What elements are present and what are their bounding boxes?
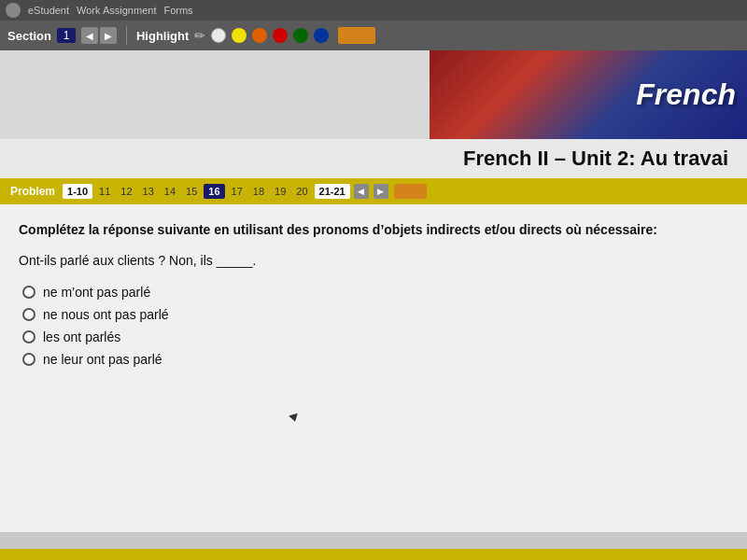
- choice-d-text: ne leur ont pas parlé: [43, 352, 162, 367]
- header-french-label: French: [636, 77, 736, 112]
- choice-b[interactable]: ne nous ont pas parlé: [22, 307, 728, 322]
- unit-title-bar: French II – Unit 2: Au travai: [0, 139, 747, 178]
- menu-estudent[interactable]: eStudent: [28, 5, 69, 16]
- prob-num-14[interactable]: 14: [161, 185, 179, 198]
- prob-num-18[interactable]: 18: [249, 185, 268, 198]
- prob-num-17[interactable]: 17: [228, 185, 247, 198]
- menu-bar: eStudent Work Assignment Forms: [0, 0, 747, 21]
- toolbar-divider: [126, 26, 127, 45]
- main-content: French French II – Unit 2: Au travai Pro…: [0, 50, 747, 560]
- prob-num-13[interactable]: 13: [139, 185, 158, 198]
- color-white[interactable]: [211, 28, 226, 43]
- menu-work-assignment[interactable]: Work Assignment: [77, 5, 156, 16]
- app-icon: [6, 3, 21, 18]
- choice-b-text: ne nous ont pas parlé: [43, 307, 169, 322]
- prob-num-16[interactable]: 16: [204, 184, 224, 199]
- problem-label: Problem: [6, 183, 60, 200]
- header-image: French: [430, 50, 747, 139]
- section-next-button[interactable]: ▶: [100, 27, 117, 44]
- problem-next-button[interactable]: ▶: [374, 184, 388, 199]
- left-header-area: [0, 50, 430, 139]
- pencil-icon: ✏: [194, 28, 205, 43]
- question-instruction: Complétez la réponse suivante en utilisa…: [19, 221, 728, 240]
- color-blue[interactable]: [314, 28, 329, 43]
- prob-num-15[interactable]: 15: [182, 185, 201, 198]
- radio-a[interactable]: [22, 286, 35, 299]
- problem-prev-button[interactable]: ◀: [354, 184, 369, 199]
- prob-range-21-21[interactable]: 21-21: [315, 184, 350, 199]
- choice-a-text: ne m’ont pas parlé: [43, 285, 150, 300]
- section-number: 1: [57, 28, 76, 43]
- color-red[interactable]: [273, 28, 288, 43]
- question-area: Complétez la réponse suivante en utilisa…: [0, 204, 747, 532]
- color-yellow[interactable]: [232, 28, 247, 43]
- color-green[interactable]: [293, 28, 308, 43]
- choice-c-text: les ont parlés: [43, 329, 120, 344]
- toolbar-extra-button[interactable]: [338, 27, 375, 44]
- menu-forms[interactable]: Forms: [163, 5, 192, 16]
- prob-num-20[interactable]: 20: [292, 185, 311, 198]
- bottom-bar: [0, 549, 747, 560]
- color-orange[interactable]: [252, 28, 267, 43]
- toolbar: Section 1 ◀ ▶ Highlight ✏: [0, 21, 747, 50]
- highlight-label: Highlight: [136, 29, 189, 43]
- section-prev-button[interactable]: ◀: [81, 27, 98, 44]
- problem-nav-bar: Problem 1-10 11 12 13 14 15 16 17 18 19 …: [0, 178, 747, 204]
- section-nav: ◀ ▶: [81, 27, 117, 44]
- question-prompt: Ont-ils parlé aux clients ? Non, ils ___…: [19, 253, 728, 268]
- radio-d[interactable]: [22, 353, 35, 366]
- choice-a[interactable]: ne m’ont pas parlé: [22, 285, 728, 300]
- choice-d[interactable]: ne leur ont pas parlé: [22, 352, 728, 367]
- prob-num-11[interactable]: 11: [95, 185, 114, 198]
- problem-extra-button[interactable]: [394, 184, 427, 199]
- prob-num-19[interactable]: 19: [271, 185, 289, 198]
- answer-choices: ne m’ont pas parlé ne nous ont pas parlé…: [22, 285, 728, 367]
- radio-b[interactable]: [22, 308, 35, 321]
- prob-num-12[interactable]: 12: [117, 185, 135, 198]
- section-label: Section: [7, 29, 51, 43]
- prob-range-1-10[interactable]: 1-10: [63, 184, 92, 199]
- choice-c[interactable]: les ont parlés: [22, 329, 728, 344]
- unit-title: French II – Unit 2: Au travai: [463, 147, 728, 171]
- radio-c[interactable]: [22, 330, 35, 343]
